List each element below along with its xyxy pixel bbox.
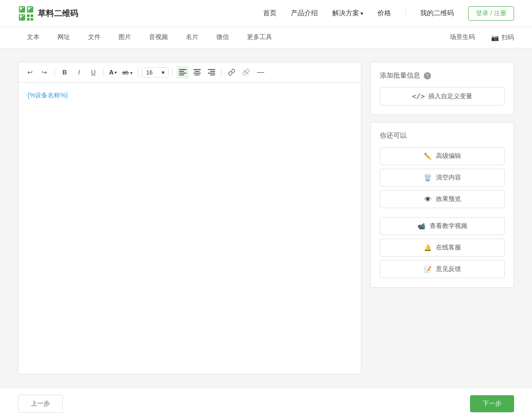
svg-rect-6 (31, 7, 32, 8)
font-color-button[interactable]: A ▾ (107, 68, 119, 77)
svg-rect-0 (19, 6, 25, 13)
editor-toolbar: ↩ ↪ B I U A ▾ ab ▾ 16 ▾ (18, 62, 361, 83)
svg-rect-26 (208, 73, 215, 74)
svg-rect-22 (193, 73, 201, 74)
feedback-button[interactable]: 📝 意见反馈 (380, 260, 505, 278)
nav-file[interactable]: 文件 (79, 27, 110, 48)
font-size-selector[interactable]: 16 ▾ (142, 67, 169, 78)
scan-button[interactable]: 📷 扫码 (491, 34, 514, 42)
logo: 草料二维码 (18, 5, 78, 22)
nav-url[interactable]: 网址 (48, 27, 79, 48)
nav-divider (405, 9, 406, 18)
code-icon: </> (412, 92, 425, 100)
undo-button[interactable]: ↩ (24, 66, 36, 79)
nav-media[interactable]: 音视频 (140, 27, 177, 48)
customer-service-label: 在线客服 (436, 244, 461, 252)
nav-wechat[interactable]: 微信 (207, 27, 238, 48)
edit-icon: 📝 (424, 266, 431, 273)
right-panel: 添加批量信息 ? </> 插入自定义变量 你还可以 ✏️ 高级编辑 🗑️ 清空内… (370, 62, 514, 374)
strikethrough-button[interactable]: ab ▾ (120, 68, 134, 77)
svg-rect-20 (193, 69, 201, 70)
preview-button[interactable]: 👁️ 效果预览 (380, 190, 505, 208)
nav-more-tools[interactable]: 更多工具 (238, 27, 281, 48)
clear-content-label: 清空内容 (436, 174, 461, 182)
batch-info-card: 添加批量信息 ? </> 插入自定义变量 (370, 62, 514, 115)
batch-info-label: 添加批量信息 (380, 71, 420, 80)
svg-rect-5 (28, 7, 30, 9)
underline-button[interactable]: U (87, 66, 100, 79)
main-nav: 首页 产品介绍 解决方案 价格 我的二维码 登录 / 注册 (263, 6, 514, 21)
unlink-icon (242, 69, 250, 76)
redo-button[interactable]: ↪ (38, 66, 51, 79)
bell-icon: 🔔 (424, 244, 431, 251)
header: 草料二维码 首页 产品介绍 解决方案 价格 我的二维码 登录 / 注册 (0, 0, 532, 27)
align-left-button[interactable] (176, 66, 189, 79)
svg-line-28 (244, 70, 249, 75)
trash-icon: 🗑️ (424, 174, 431, 181)
customer-service-button[interactable]: 🔔 在线客服 (380, 239, 505, 257)
strikethrough-dropdown-arrow: ▾ (130, 70, 132, 75)
svg-rect-18 (179, 73, 186, 74)
font-size-value: 16 (146, 69, 152, 76)
nav-solution[interactable]: 解决方案 (332, 9, 363, 17)
feedback-label: 意见反馈 (436, 265, 461, 273)
nav-home[interactable]: 首页 (263, 9, 277, 17)
logo-text: 草料二维码 (38, 8, 78, 19)
svg-rect-16 (179, 69, 186, 70)
italic-button[interactable]: I (73, 66, 85, 79)
video-icon: 📹 (418, 223, 425, 230)
toolbar-divider-3 (138, 68, 138, 77)
svg-rect-13 (31, 14, 33, 17)
toolbar-nav: 文本 网址 文件 图片 音视频 名片 微信 更多工具 场景生码 📷 扫码 (0, 27, 532, 48)
batch-info-title: 添加批量信息 ? (380, 71, 505, 80)
horizontal-rule-button[interactable]: — (254, 66, 267, 79)
preview-label: 效果预览 (436, 195, 461, 203)
nav-card[interactable]: 名片 (177, 27, 207, 48)
toolbar-nav-left: 文本 网址 文件 图片 音视频 名片 微信 更多工具 (18, 27, 281, 48)
toolbar-divider-1 (54, 68, 55, 77)
insert-link-button[interactable] (225, 66, 238, 79)
toolbar-divider-2 (103, 68, 104, 77)
help-icon[interactable]: ? (424, 72, 431, 79)
svg-rect-14 (27, 18, 30, 21)
next-button[interactable]: 下一步 (470, 395, 514, 412)
advanced-edit-button[interactable]: ✏️ 高级编辑 (380, 147, 505, 165)
align-right-button[interactable] (205, 66, 218, 79)
remove-link-button[interactable] (240, 66, 252, 79)
align-center-icon (193, 69, 201, 75)
footer: 上一步 下一步 (0, 388, 532, 419)
svg-rect-17 (179, 71, 184, 72)
main-content: ↩ ↪ B I U A ▾ ab ▾ 16 ▾ (0, 48, 532, 388)
nav-product[interactable]: 产品介绍 (291, 9, 318, 17)
font-color-label: A (109, 69, 114, 76)
nav-image[interactable]: 图片 (110, 27, 140, 48)
bold-button[interactable]: B (58, 66, 71, 79)
nav-text[interactable]: 文本 (18, 27, 48, 48)
prev-button[interactable]: 上一步 (18, 395, 63, 413)
insert-variable-label: 插入自定义变量 (428, 92, 472, 100)
toolbar-divider-4 (172, 68, 173, 77)
svg-rect-21 (195, 71, 200, 72)
eye-icon: 👁️ (424, 196, 431, 203)
color-dropdown-arrow: ▾ (114, 70, 117, 75)
align-center-button[interactable] (191, 66, 203, 79)
tutorial-video-button[interactable]: 📹 查看教学视频 (380, 217, 505, 235)
login-button[interactable]: 登录 / 注册 (468, 6, 514, 21)
logo-icon (18, 5, 34, 22)
link-icon (228, 69, 235, 76)
editor-content[interactable]: {%设备名称%} (18, 83, 361, 374)
toolbar-divider-5 (221, 68, 222, 77)
svg-rect-27 (210, 74, 215, 75)
nav-scene[interactable]: 场景生码 (441, 27, 484, 48)
svg-rect-9 (20, 15, 22, 17)
svg-rect-19 (179, 74, 184, 75)
nav-price[interactable]: 价格 (378, 9, 391, 17)
editor-panel: ↩ ↪ B I U A ▾ ab ▾ 16 ▾ (18, 62, 361, 374)
svg-rect-4 (27, 6, 33, 13)
svg-rect-12 (27, 14, 30, 17)
clear-content-button[interactable]: 🗑️ 清空内容 (380, 169, 505, 187)
nav-myqr[interactable]: 我的二维码 (420, 9, 454, 17)
strikethrough-icon: ab (122, 69, 128, 76)
insert-variable-button[interactable]: </> 插入自定义变量 (380, 87, 505, 105)
svg-rect-1 (20, 7, 22, 9)
